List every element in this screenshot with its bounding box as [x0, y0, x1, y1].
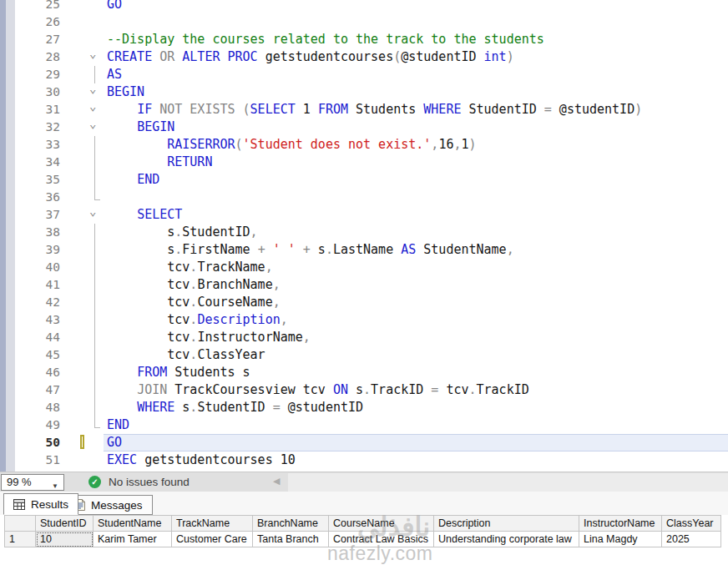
- line-number: 32: [15, 119, 60, 136]
- check-circle-icon: ✓: [88, 476, 101, 488]
- code-line-50[interactable]: 50GO: [15, 434, 728, 451]
- code-line-35[interactable]: 35 END: [15, 171, 728, 189]
- results-tab-bar: Results Messages: [0, 492, 728, 515]
- code-line-41[interactable]: 41 tcv.BranchName,: [15, 276, 728, 294]
- code-text[interactable]: s.StudentID,: [104, 224, 728, 241]
- code-line-36[interactable]: 36: [15, 189, 728, 206]
- horizontal-scrollbar[interactable]: [288, 473, 728, 492]
- code-line-47[interactable]: 47 JOIN TrackCoursesview tcv ON s.TrackI…: [15, 381, 728, 399]
- code-text[interactable]: BEGIN: [104, 119, 728, 136]
- code-text[interactable]: tcv.CourseName,: [104, 294, 728, 311]
- grid-column-header[interactable]: TrackName: [172, 516, 253, 532]
- change-tracking-margin: [60, 311, 87, 329]
- code-text[interactable]: [104, 189, 728, 206]
- code-line-30[interactable]: 30BEGIN: [15, 83, 728, 101]
- grid-column-header[interactable]: StudentName: [94, 516, 172, 532]
- code-line-49[interactable]: 49END: [15, 416, 728, 434]
- code-text[interactable]: [104, 13, 728, 31]
- fold-collapse-icon[interactable]: [87, 48, 104, 66]
- code-text[interactable]: EXEC getstudentcourses 10: [104, 451, 728, 469]
- sql-editor[interactable]: 25GO2627--Display the courses related to…: [0, 0, 728, 472]
- tab-results[interactable]: Results: [3, 493, 78, 515]
- left-panel-strip: [0, 0, 6, 472]
- code-text[interactable]: tcv.Description,: [104, 311, 728, 329]
- code-line-38[interactable]: 38 s.StudentID,: [15, 224, 728, 241]
- line-number: 26: [15, 13, 60, 31]
- code-text[interactable]: GO: [104, 434, 728, 451]
- code-text[interactable]: GO: [104, 0, 728, 13]
- fold-guide: [87, 294, 104, 311]
- code-line-40[interactable]: 40 tcv.TrackName,: [15, 259, 728, 276]
- code-text[interactable]: --Display the courses related to the tra…: [104, 31, 728, 48]
- code-text[interactable]: RAISERROR('Student does not exist.',16,1…: [104, 136, 728, 154]
- code-text[interactable]: CREATE OR ALTER PROC getstudentcourses(@…: [104, 48, 728, 66]
- code-line-34[interactable]: 34 RETURN: [15, 154, 728, 171]
- grid-cell[interactable]: 2025: [662, 532, 721, 547]
- left-margin-strip: [6, 0, 15, 472]
- code-line-42[interactable]: 42 tcv.CourseName,: [15, 294, 728, 311]
- grid-column-header[interactable]: [5, 516, 36, 532]
- line-number: 46: [15, 364, 60, 381]
- code-text[interactable]: RETURN: [104, 154, 728, 171]
- grid-column-header[interactable]: BranchName: [253, 516, 329, 532]
- grid-cell[interactable]: Tanta Branch: [253, 532, 329, 547]
- code-text[interactable]: BEGIN: [104, 83, 728, 101]
- code-line-28[interactable]: 28CREATE OR ALTER PROC getstudentcourses…: [15, 48, 728, 66]
- code-text[interactable]: AS: [104, 66, 728, 83]
- code-line-32[interactable]: 32 BEGIN: [15, 119, 728, 136]
- code-text[interactable]: WHERE s.StudentID = @studentID: [104, 399, 728, 416]
- code-lines: 25GO2627--Display the courses related to…: [15, 0, 728, 472]
- code-text[interactable]: IF NOT EXISTS (SELECT 1 FROM Students WH…: [104, 101, 728, 119]
- code-text[interactable]: tcv.InstructorName,: [104, 329, 728, 346]
- code-line-43[interactable]: 43 tcv.Description,: [15, 311, 728, 329]
- code-line-48[interactable]: 48 WHERE s.StudentID = @studentID: [15, 399, 728, 416]
- code-text[interactable]: tcv.BranchName,: [104, 276, 728, 294]
- fold-guide: [87, 399, 104, 416]
- grid-column-header[interactable]: Description: [434, 516, 579, 532]
- code-line-31[interactable]: 31 IF NOT EXISTS (SELECT 1 FROM Students…: [15, 101, 728, 119]
- code-line-46[interactable]: 46 FROM Students s: [15, 364, 728, 381]
- change-tracking-margin: [60, 66, 87, 83]
- grid-cell[interactable]: Contract Law Basics: [329, 532, 434, 547]
- code-line-51[interactable]: 51EXEC getstudentcourses 10: [15, 451, 728, 469]
- grid-cell[interactable]: Karim Tamer: [94, 532, 172, 547]
- code-line-39[interactable]: 39 s.FirstName + ' ' + s.LastName AS Stu…: [15, 241, 728, 259]
- code-line-37[interactable]: 37 SELECT: [15, 206, 728, 224]
- code-line-44[interactable]: 44 tcv.InstructorName,: [15, 329, 728, 346]
- code-line-29[interactable]: 29AS: [15, 66, 728, 83]
- grid-row-number[interactable]: 1: [5, 532, 36, 547]
- code-line-25[interactable]: 25GO: [15, 0, 728, 13]
- change-tracking-margin: [60, 206, 87, 224]
- fold-guide: [87, 224, 104, 241]
- code-text[interactable]: s.FirstName + ' ' + s.LastName AS Studen…: [104, 241, 728, 259]
- fold-guide: [87, 381, 104, 399]
- fold-collapse-icon[interactable]: [87, 206, 104, 224]
- grid-cell[interactable]: Lina Magdy: [579, 532, 662, 547]
- code-line-45[interactable]: 45 tcv.ClassYear: [15, 346, 728, 364]
- results-table: StudentIDStudentNameTrackNameBranchNameC…: [4, 515, 721, 547]
- code-text[interactable]: tcv.TrackName,: [104, 259, 728, 276]
- code-text[interactable]: END: [104, 171, 728, 189]
- grid-column-header[interactable]: StudentID: [36, 516, 94, 532]
- code-line-26[interactable]: 26: [15, 13, 728, 31]
- grid-column-header[interactable]: CourseName: [329, 516, 434, 532]
- zoom-level-dropdown[interactable]: 99 % ▼: [1, 474, 64, 491]
- scrollbar-left-arrow-icon[interactable]: ◀: [273, 476, 280, 487]
- grid-cell[interactable]: Customer Care: [172, 532, 253, 547]
- grid-cell[interactable]: Understanding corporate law: [434, 532, 579, 547]
- unsaved-change-marker: [80, 435, 84, 449]
- grid-cell[interactable]: 10: [36, 532, 94, 547]
- tab-results-label: Results: [31, 498, 68, 511]
- fold-collapse-icon[interactable]: [87, 119, 104, 136]
- code-text[interactable]: END: [104, 416, 728, 434]
- line-number: 41: [15, 276, 60, 294]
- code-text[interactable]: tcv.ClassYear: [104, 346, 728, 364]
- code-text[interactable]: FROM Students s: [104, 364, 728, 381]
- code-line-27[interactable]: 27--Display the courses related to the t…: [15, 31, 728, 48]
- code-text[interactable]: SELECT: [104, 206, 728, 224]
- code-text[interactable]: JOIN TrackCoursesview tcv ON s.TrackID =…: [104, 381, 728, 399]
- grid-column-header[interactable]: ClassYear: [662, 516, 721, 532]
- code-line-33[interactable]: 33 RAISERROR('Student does not exist.',1…: [15, 136, 728, 154]
- zoom-level-value: 99 %: [7, 476, 32, 488]
- grid-column-header[interactable]: InstructorName: [579, 516, 662, 532]
